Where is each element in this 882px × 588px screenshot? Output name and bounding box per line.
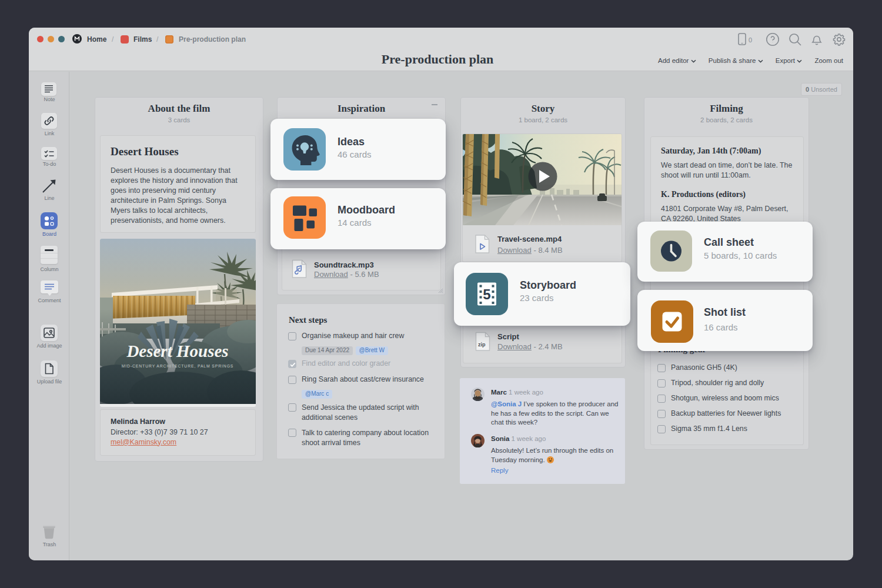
svg-text:Desert Houses: Desert Houses xyxy=(126,342,228,360)
svg-text:MID-CENTURY ARCHITECTURE, PALM: MID-CENTURY ARCHITECTURE, PALM SPRINGS xyxy=(122,364,234,368)
svg-text:5: 5 xyxy=(483,286,490,302)
svg-text:0: 0 xyxy=(749,36,752,44)
svg-text:zip: zip xyxy=(478,342,486,348)
